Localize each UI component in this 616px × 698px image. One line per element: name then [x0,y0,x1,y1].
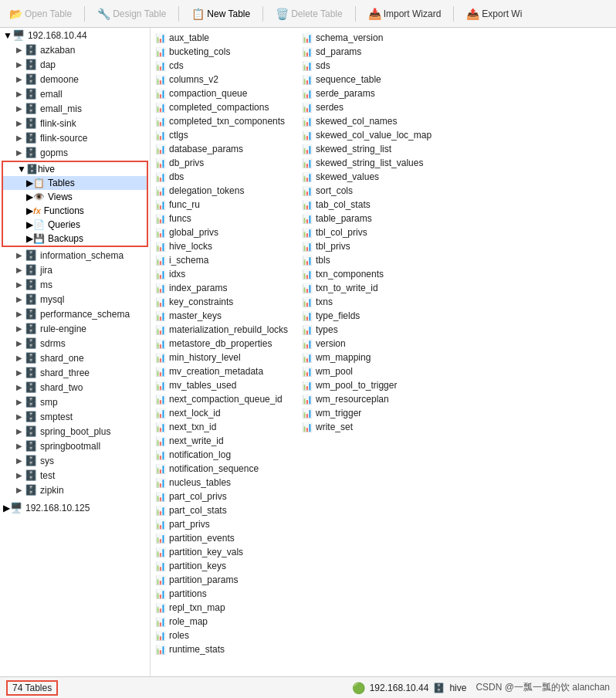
table-item[interactable]: 📊wm_pool_to_trigger [297,378,444,392]
table-item[interactable]: 📊next_compaction_queue_id [151,392,297,406]
sidebar-item-demoone[interactable]: ▶ 🗄️ demoone [0,72,150,86]
sidebar-item-flink-sink[interactable]: ▶ 🗄️ flink-sink [0,116,150,130]
table-item[interactable]: 📊func_ru [151,198,297,212]
table-item[interactable]: 📊tbl_privs [297,239,444,253]
hive-root-item[interactable]: ▼ 🗄️ hive [3,162,147,176]
hive-child-backups[interactable]: ▶ 💾 Backups [3,232,147,246]
table-item[interactable]: 📊runtime_stats [151,642,297,656]
table-item[interactable]: 📊sd_params [297,45,444,59]
table-item[interactable]: 📊db_privs [151,156,297,170]
table-item[interactable]: 📊completed_txn_components [151,114,297,128]
table-item[interactable]: 📊next_txn_id [151,420,297,434]
table-item[interactable]: 📊serdes [297,100,444,114]
table-item[interactable]: 📊idxs [151,267,297,281]
table-item[interactable]: 📊role_map [151,615,297,629]
table-item[interactable]: 📊sds [297,59,444,73]
table-item[interactable]: 📊table_params [297,212,444,225]
sidebar-item-rule-engine[interactable]: ▶ 🗄️ rule-engine [0,321,150,336]
hive-child-functions[interactable]: ▶ fx Functions [3,204,147,218]
sidebar-item-shard-two[interactable]: ▶ 🗄️ shard_two [0,380,150,395]
table-item[interactable]: 📊partition_key_vals [151,545,297,559]
table-item[interactable]: 📊skewed_col_value_loc_map [297,128,444,142]
open-table-button[interactable]: 📂 Open Table [5,6,76,22]
table-item[interactable]: 📊txn_components [297,267,444,281]
table-item[interactable]: 📊skewed_string_list [297,142,444,156]
hive-child-tables[interactable]: ▶ 📋 Tables [3,176,147,190]
table-item[interactable]: 📊notification_log [151,448,297,462]
table-item[interactable]: 📊aux_table [151,31,297,45]
table-item[interactable]: 📊wm_pool [297,364,444,378]
table-item[interactable]: 📊tbls [297,253,444,267]
table-item[interactable]: 📊tab_col_stats [297,198,444,212]
sidebar-item-mysql[interactable]: ▶ 🗄️ mysql [0,292,150,307]
table-item[interactable]: 📊nucleus_tables [151,476,297,490]
table-item[interactable]: 📊tbl_col_privs [297,225,444,239]
table-item[interactable]: 📊part_col_privs [151,490,297,503]
table-item[interactable]: 📊materialization_rebuild_locks [151,323,297,337]
table-item[interactable]: 📊wm_mapping [297,351,444,364]
table-item[interactable]: 📊key_constraints [151,295,297,309]
sidebar-item-emall-mis[interactable]: ▶ 🗄️ emall_mis [0,101,150,116]
table-item[interactable]: 📊schema_version [297,31,444,45]
hive-child-queries[interactable]: ▶ 📄 Queries [3,218,147,232]
table-item[interactable]: 📊delegation_tokens [151,184,297,198]
table-item[interactable]: 📊bucketing_cols [151,45,297,59]
table-item[interactable]: 📊partition_params [151,573,297,587]
table-item[interactable]: 📊notification_sequence [151,462,297,476]
sidebar-item-flink-source[interactable]: ▶ 🗄️ flink-source [0,130,150,145]
sidebar-item-emall[interactable]: ▶ 🗄️ emall [0,86,150,101]
table-item[interactable]: 📊sort_cols [297,184,444,198]
table-item[interactable]: 📊skewed_string_list_values [297,156,444,170]
table-item[interactable]: 📊write_set [297,420,444,434]
server-item-1[interactable]: ▼ 🖥️ 192.168.10.44 [0,28,150,42]
sidebar-item-performance-schema[interactable]: ▶ 🗄️ performance_schema [0,307,150,321]
table-item[interactable]: 📊funcs [151,212,297,225]
table-item[interactable]: 📊txns [297,295,444,309]
sidebar-item-zipkin[interactable]: ▶ 🗄️ zipkin [0,483,150,497]
sidebar-item-sdrms[interactable]: ▶ 🗄️ sdrms [0,336,150,351]
table-item[interactable]: 📊wm_resourceplan [297,392,444,406]
table-item[interactable]: 📊type_fields [297,309,444,323]
table-item[interactable]: 📊skewed_values [297,170,444,184]
table-item[interactable]: 📊global_privs [151,225,297,239]
table-item[interactable]: 📊skewed_col_names [297,114,444,128]
table-item[interactable]: 📊mv_creation_metadata [151,364,297,378]
table-item[interactable]: 📊dbs [151,170,297,184]
table-item[interactable]: 📊partition_keys [151,559,297,573]
table-item[interactable]: 📊serde_params [297,86,444,100]
table-item[interactable]: 📊repl_txn_map [151,601,297,615]
table-item[interactable]: 📊index_params [151,281,297,295]
sidebar-item-information-schema[interactable]: ▶ 🗄️ information_schema [0,248,150,263]
table-item[interactable]: 📊completed_compactions [151,100,297,114]
table-item[interactable]: 📊columns_v2 [151,73,297,86]
sidebar-item-ms[interactable]: ▶ 🗄️ ms [0,277,150,292]
sidebar-item-dap[interactable]: ▶ 🗄️ dap [0,57,150,72]
sidebar-item-test[interactable]: ▶ 🗄️ test [0,468,150,483]
table-item[interactable]: 📊hive_locks [151,239,297,253]
export-wizard-button[interactable]: 📤 Export Wi [462,6,526,22]
table-item[interactable]: 📊compaction_queue [151,86,297,100]
table-item[interactable]: 📊types [297,323,444,337]
table-item[interactable]: 📊part_col_stats [151,503,297,517]
table-item[interactable]: 📊roles [151,629,297,642]
table-item[interactable]: 📊partition_events [151,531,297,545]
table-item[interactable]: 📊next_write_id [151,434,297,448]
table-item[interactable]: 📊partitions [151,587,297,601]
sidebar-item-sys[interactable]: ▶ 🗄️ sys [0,453,150,468]
table-item[interactable]: 📊min_history_level [151,351,297,364]
sidebar-item-jira[interactable]: ▶ 🗄️ jira [0,263,150,277]
sidebar-item-springbootmall[interactable]: ▶ 🗄️ springbootmall [0,439,150,453]
table-item[interactable]: 📊master_keys [151,309,297,323]
table-item[interactable]: 📊txn_to_write_id [297,281,444,295]
table-item[interactable]: 📊sequence_table [297,73,444,86]
table-item[interactable]: 📊database_params [151,142,297,156]
sidebar-item-smptest[interactable]: ▶ 🗄️ smptest [0,409,150,424]
new-table-button[interactable]: 📋 New Table [187,6,255,22]
sidebar-item-gopms[interactable]: ▶ 🗄️ gopms [0,145,150,160]
table-item[interactable]: 📊metastore_db_properties [151,337,297,351]
table-item[interactable]: 📊cds [151,59,297,73]
import-wizard-button[interactable]: 📥 Import Wizard [364,6,446,22]
sidebar-item-azkaban[interactable]: ▶ 🗄️ azkaban [0,42,150,57]
table-item[interactable]: 📊next_lock_id [151,406,297,420]
sidebar-item-smp[interactable]: ▶ 🗄️ smp [0,395,150,409]
